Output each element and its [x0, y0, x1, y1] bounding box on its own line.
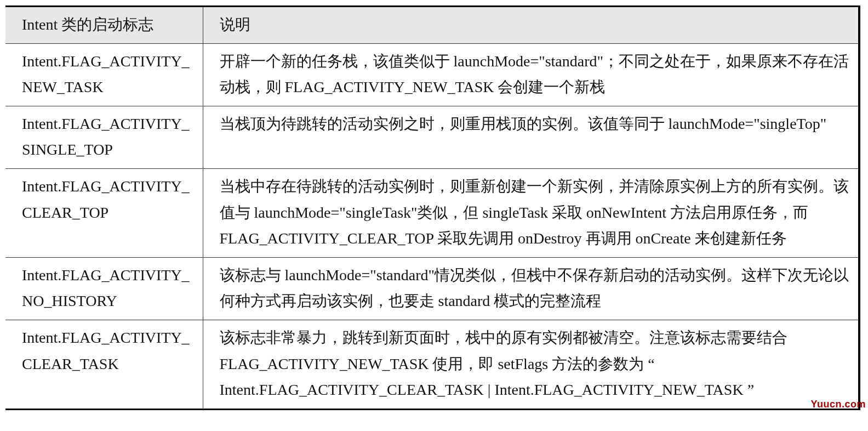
- header-desc: 说明: [203, 7, 859, 44]
- flag-cell: Intent.FLAG_ACTIVITY_CLEAR_TASK: [5, 320, 203, 409]
- desc-cell: 开辟一个新的任务栈，该值类似于 launchMode="standard"；不同…: [203, 43, 859, 106]
- intent-flags-table: Intent 类的启动标志 说明 Intent.FLAG_ACTIVITY_NE…: [5, 5, 860, 410]
- flag-cell: Intent.FLAG_ACTIVITY_NO_HISTORY: [5, 257, 203, 320]
- desc-cell: 当栈顶为待跳转的活动实例之时，则重用栈顶的实例。该值等同于 launchMode…: [203, 106, 859, 168]
- flag-cell: Intent.FLAG_ACTIVITY_CLEAR_TOP: [5, 168, 203, 257]
- table-row: Intent.FLAG_ACTIVITY_NEW_TASK 开辟一个新的任务栈，…: [5, 43, 859, 106]
- flag-cell: Intent.FLAG_ACTIVITY_SINGLE_TOP: [5, 106, 203, 168]
- header-flag: Intent 类的启动标志: [5, 7, 203, 44]
- desc-cell: 该标志非常暴力，跳转到新页面时，栈中的原有实例都被清空。注意该标志需要结合 FL…: [203, 320, 859, 409]
- desc-cell: 该标志与 launchMode="standard"情况类似，但栈中不保存新启动…: [203, 257, 859, 320]
- table-row: Intent.FLAG_ACTIVITY_CLEAR_TOP 当栈中存在待跳转的…: [5, 168, 859, 257]
- table-row: Intent.FLAG_ACTIVITY_NO_HISTORY 该标志与 lau…: [5, 257, 859, 320]
- table-row: Intent.FLAG_ACTIVITY_SINGLE_TOP 当栈顶为待跳转的…: [5, 106, 859, 168]
- table-header-row: Intent 类的启动标志 说明: [5, 7, 859, 44]
- desc-cell: 当栈中存在待跳转的活动实例时，则重新创建一个新实例，并清除原实例上方的所有实例。…: [203, 168, 859, 257]
- flag-cell: Intent.FLAG_ACTIVITY_NEW_TASK: [5, 43, 203, 106]
- table-row: Intent.FLAG_ACTIVITY_CLEAR_TASK 该标志非常暴力，…: [5, 320, 859, 409]
- watermark-text: Yuucn.com: [810, 399, 866, 410]
- page: Intent 类的启动标志 说明 Intent.FLAG_ACTIVITY_NE…: [5, 5, 868, 431]
